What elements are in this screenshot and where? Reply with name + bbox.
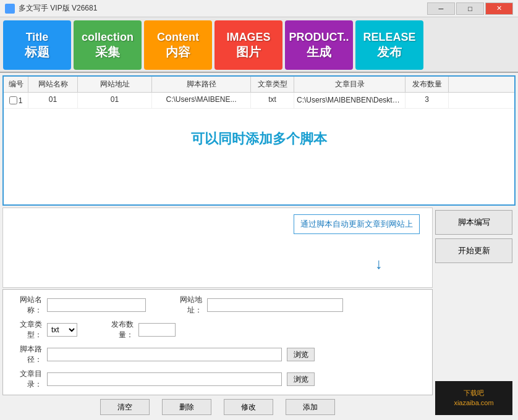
col-article-dir: 文章目录 (294, 77, 405, 92)
td-site-name: 01 (28, 93, 78, 108)
empty-lower-table: 通过脚本自动更新文章到网站上 ↓ (2, 208, 433, 288)
script-path-label: 脚本路径： (8, 344, 42, 365)
delete-button[interactable]: 删除 (162, 399, 211, 415)
lower-section: 通过脚本自动更新文章到网站上 ↓ 网站名称： 网站地址： 文章类型： (2, 208, 516, 418)
td-article-dir: C:\Users\MAIBENBEN\Desktop\内容... (294, 93, 405, 108)
watermark-line1: 下载吧 (454, 388, 493, 398)
td-article-type: txt (251, 93, 294, 108)
tooltip-box: 通过脚本自动更新文章到网站上 (294, 214, 420, 234)
maximize-button[interactable]: □ (456, 2, 484, 15)
col-publish-count: 发布数量 (405, 77, 449, 92)
article-type-select[interactable]: txt html doc (47, 323, 77, 337)
form-row-dir: 文章目录： 浏览 (8, 369, 427, 390)
nav-collection-bottom: 采集 (95, 44, 120, 59)
col-script-path: 脚本路径 (152, 77, 251, 92)
close-button[interactable]: ✕ (485, 2, 513, 15)
nav-release-top: RELEASE (363, 31, 415, 44)
script-path-input[interactable] (47, 348, 282, 361)
minimize-button[interactable]: ─ (427, 2, 455, 15)
browse-dir-button[interactable]: 浏览 (287, 372, 315, 386)
col-num: 编号 (4, 77, 28, 92)
col-article-type: 文章类型 (251, 77, 294, 92)
publish-qty-label: 发布数量： (100, 319, 134, 340)
lower-left: 通过脚本自动更新文章到网站上 ↓ 网站名称： 网站地址： 文章类型： (2, 208, 433, 418)
site-name-input[interactable] (47, 298, 146, 312)
nav-product-top: PRODUCT.. (289, 31, 349, 44)
overlay-hint: 可以同时添加多个脚本 (191, 130, 327, 148)
titlebar-title: 多文写手 VIP版 V26681 (19, 3, 97, 14)
browse-script-button[interactable]: 浏览 (287, 348, 315, 361)
site-url-input[interactable] (207, 298, 343, 312)
form-row-type: 文章类型： txt html doc 发布数量： (8, 319, 427, 340)
app-icon (5, 4, 15, 14)
site-name-label: 网站名称： (8, 295, 42, 316)
nav-title-top: Title (26, 31, 49, 44)
script-edit-button[interactable]: 脚本编写 (435, 210, 512, 235)
nav-collection[interactable]: collection 采集 (74, 20, 142, 70)
nav-release[interactable]: RELEASE 发布 (355, 20, 423, 70)
row-checkbox[interactable] (9, 96, 17, 104)
watermark-text: 下载吧 xiazaiba.com (454, 388, 493, 408)
nav-collection-top: collection (82, 31, 134, 44)
add-button[interactable]: 添加 (286, 399, 335, 415)
form-section: 网站名称： 网站地址： 文章类型： txt html doc 发布数量： (2, 289, 433, 395)
form-row-script: 脚本路径： 浏览 (8, 344, 427, 365)
nav-bar: Title 标题 collection 采集 Content 内容 IMAGES… (0, 17, 518, 73)
nav-content-top: Content (157, 31, 199, 44)
tooltip-arrow-icon: ↓ (375, 255, 383, 272)
table-header: 编号 网站名称 网站地址 脚本路径 文章类型 文章目录 发布数量 (4, 77, 514, 93)
main-area: 编号 网站名称 网站地址 脚本路径 文章类型 文章目录 发布数量 1 01 01… (0, 73, 518, 420)
clear-button[interactable]: 清空 (100, 399, 150, 415)
article-type-label: 文章类型： (8, 319, 42, 340)
nav-images-bottom: 图片 (236, 44, 261, 59)
nav-release-bottom: 发布 (377, 44, 402, 59)
td-script-path: C:\Users\MAIBENE... (152, 93, 251, 108)
tooltip-text: 通过脚本自动更新文章到网站上 (300, 219, 413, 229)
upper-table-section: 编号 网站名称 网站地址 脚本路径 文章类型 文章目录 发布数量 1 01 01… (2, 75, 516, 206)
article-dir-input[interactable] (47, 372, 282, 386)
nav-product[interactable]: PRODUCT.. 生成 (285, 20, 353, 70)
table-body: 1 01 01 C:\Users\MAIBENE... txt C:\Users… (4, 93, 514, 206)
watermark: 下载吧 xiazaiba.com (435, 381, 512, 415)
modify-button[interactable]: 修改 (224, 399, 273, 415)
td-site-url: 01 (78, 93, 152, 108)
right-panel: 脚本编写 开始更新 下载吧 xiazaiba.com (435, 208, 516, 418)
nav-title[interactable]: Title 标题 (3, 20, 71, 70)
nav-product-bottom: 生成 (307, 44, 331, 59)
table-row[interactable]: 1 01 01 C:\Users\MAIBENE... txt C:\Users… (4, 93, 514, 109)
col-site-name: 网站名称 (28, 77, 78, 92)
site-url-label: 网站地址： (168, 295, 202, 316)
nav-content[interactable]: Content 内容 (144, 20, 212, 70)
titlebar-left: 多文写手 VIP版 V26681 (5, 3, 97, 14)
start-update-button[interactable]: 开始更新 (435, 238, 512, 263)
nav-images-top: IMAGES (226, 31, 270, 44)
nav-content-bottom: 内容 (166, 44, 190, 59)
watermark-line2: xiazaiba.com (454, 398, 493, 408)
titlebar: 多文写手 VIP版 V26681 ─ □ ✕ (0, 0, 518, 17)
col-site-url: 网站地址 (78, 77, 152, 92)
form-row-site: 网站名称： 网站地址： (8, 295, 427, 316)
td-checkbox[interactable]: 1 (4, 93, 28, 108)
nav-images[interactable]: IMAGES 图片 (214, 20, 282, 70)
titlebar-controls: ─ □ ✕ (427, 2, 513, 15)
td-num: 1 (19, 96, 23, 105)
article-dir-label: 文章目录： (8, 369, 42, 390)
nav-title-bottom: 标题 (25, 44, 49, 59)
td-publish-count: 3 (405, 93, 449, 108)
action-buttons-row: 清空 删除 修改 添加 (2, 397, 433, 418)
publish-qty-input[interactable] (138, 323, 176, 337)
